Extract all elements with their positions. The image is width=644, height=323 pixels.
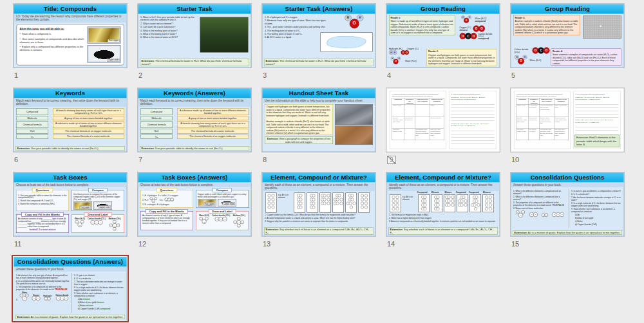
worksheet-task-1: 1. Complete the table to describe how th… xyxy=(392,93,444,97)
answer: 2. In a compound the atoms are chemicall… xyxy=(16,279,70,284)
slide-16: Consolidation Questions (Answers) Answer… xyxy=(14,257,127,320)
keyword[interactable]: O₂ xyxy=(140,134,173,139)
slide-cell-2: Starter Task 1. Water is H₂O. Use your p… xyxy=(138,4,251,88)
slide-body: 1. H = hydrogen and O = oxygen 2. Elemen… xyxy=(263,14,375,59)
keyword[interactable]: Compound xyxy=(16,108,48,115)
slide-14-thumbnail[interactable]: Element, Compound or Mixture? Identify e… xyxy=(386,172,500,236)
compare-answer: Copper oxide is a dull, black solid, pur… xyxy=(198,193,247,198)
slide-1-thumbnail[interactable]: Title: Compounds LO: Today we are learni… xyxy=(14,4,127,68)
slide-8-thumbnail[interactable]: Handout Sheet Task Use the information o… xyxy=(262,88,375,152)
slide-title: Title: Compounds xyxy=(14,5,127,14)
slide-body: e.g. Ar is an element 1. Copper oxide ha… xyxy=(263,191,375,227)
task-box-grid: Questions 1. H = hydrogen, S = sulfur, O… xyxy=(138,187,251,231)
meaning[interactable]: The chemical formula of a water molecule… xyxy=(53,134,124,139)
keyword[interactable]: H₂O xyxy=(140,129,173,134)
particle-box-2 xyxy=(307,192,319,212)
slide-cell-3: Starter Task (Answers) 1. H = hydrogen a… xyxy=(262,4,375,88)
meaning[interactable]: A substance made up of atoms of two or m… xyxy=(177,108,249,115)
answer: 6. O₂ is a molecule. xyxy=(74,277,124,280)
word-bank: sodium boiling chlorine mixture properti… xyxy=(451,123,495,127)
slide-11-thumbnail[interactable]: Task Boxes Choose at least two of the ta… xyxy=(14,172,127,236)
slide-11: Task Boxes Choose at least two of the ta… xyxy=(14,172,127,236)
slide-9-thumbnail[interactable]: 1. Complete the table to describe how th… xyxy=(386,88,500,152)
task-box-draw-label[interactable]: Draw and Label Water (H₂O) HHO Carbon di… xyxy=(71,214,124,233)
slide-2-thumbnail[interactable]: Starter Task 1. Water is H₂O. Use your p… xyxy=(138,4,251,68)
oxygen-molecule-icon: OxygenOO xyxy=(32,293,41,300)
instruction-bar: Match each keyword to its correct meanin… xyxy=(14,98,127,107)
keyword[interactable]: Chemical formula xyxy=(16,122,48,129)
slide-9: 1. Complete the table to describe how th… xyxy=(386,88,500,152)
slide-number: 7 xyxy=(138,156,251,163)
slide-cell-12: Task Boxes (Answers) Choose at least two… xyxy=(138,172,251,257)
instruction-bar: Identify each of these as an element, a … xyxy=(263,183,375,191)
hydrogen-molecule-icon: HydrogenHH xyxy=(43,295,52,300)
keyword[interactable]: Compound xyxy=(140,108,173,115)
slide-12-thumbnail[interactable]: Task Boxes (Answers) Choose at least two… xyxy=(138,172,251,236)
meaning[interactable]: The chemical formula of an oxygen molecu… xyxy=(177,134,249,139)
methane-diagram: Methane (CH₄) HHCHH xyxy=(109,217,121,232)
slide-10-thumbnail[interactable]: 1. Complete the table to describe how th… xyxy=(511,88,624,152)
slide-7-thumbnail[interactable]: Keywords (Answers) Match each keyword to… xyxy=(138,88,251,152)
task-box-fill-blanks[interactable]: Copy and Fill in the Blanks An element c… xyxy=(16,214,69,233)
answer: 2. Water has a higher boiling point than… xyxy=(389,216,497,219)
slide-body: 1. What is the difference between a comp… xyxy=(511,187,624,230)
slide-13-thumbnail[interactable]: Element, Compound or Mixture? Identify e… xyxy=(262,172,375,236)
oxygen-molecule-icon: OO xyxy=(473,26,486,32)
pure-copper-image: Pure copper xyxy=(198,199,216,207)
slide-number-hidden: 9 xyxy=(387,156,500,164)
extension-bar: Extension: Say whether each of these is … xyxy=(264,228,374,235)
salt-image xyxy=(583,16,621,39)
answer-part: b) A bar of pure gold element xyxy=(78,301,124,304)
meaning[interactable]: A formula showing how many atoms of each… xyxy=(53,108,124,115)
rust-image xyxy=(335,125,373,145)
keyword[interactable]: Molecule xyxy=(140,116,173,120)
slide-sorter-grid: Title: Compounds LO: Today we are learni… xyxy=(0,0,644,323)
meaning[interactable]: A group of two or more atoms bonded toge… xyxy=(53,116,124,120)
meaning[interactable]: A substance made up of atoms of two or m… xyxy=(53,122,124,129)
question: 4. What is the melting point of water? xyxy=(140,29,198,32)
task-box-draw-label-answer[interactable]: Draw and Label Water (H₂O) HHO Carbon di… xyxy=(196,211,249,230)
meaning[interactable]: The chemical formula of a water molecule… xyxy=(177,129,249,134)
slide-title: Consolidation Questions xyxy=(511,173,624,183)
meaning[interactable]: The chemical formula of an oxygen molecu… xyxy=(53,129,124,134)
meaning[interactable]: A formula showing how many atoms of each… xyxy=(177,122,249,129)
task-box-compare[interactable]: Compare Use these pictures to compare th… xyxy=(71,190,124,211)
slide-cell-6: Keywords Match each keyword to its corre… xyxy=(14,88,127,172)
slide-6-thumbnail[interactable]: Keywords Match each keyword to its corre… xyxy=(14,88,127,152)
slide-16-thumbnail[interactable]: Consolidation Questions (Answers) Answer… xyxy=(14,257,127,320)
keyword[interactable]: O₂ xyxy=(16,134,48,139)
meaning[interactable]: A group of two or more atoms bonded toge… xyxy=(177,116,249,120)
slide-title: Element, Compound or Mixture? xyxy=(263,173,375,183)
slide-4-thumbnail[interactable]: Group Reading Reader 1:Water is made up … xyxy=(386,4,500,68)
slide-body: Oxygen and hydrogen are both gases at ro… xyxy=(263,103,375,151)
slide-number: 12 xyxy=(138,240,251,248)
keyword[interactable]: Chemical formula xyxy=(140,122,173,129)
water-molecule-icon: HHO xyxy=(461,15,473,24)
particle-diagram-row: e.g. Ar is an element xyxy=(265,192,373,212)
slide-cell-1: Title: Compounds LO: Today we are learni… xyxy=(14,4,127,88)
answer: 1. An element has only one type of atom.… xyxy=(16,273,70,279)
task-box-fill-blanks-answer[interactable]: Copy and Fill in the Blanks An element c… xyxy=(140,211,193,230)
hidden-slide-indicator: 9 xyxy=(387,156,396,164)
keyword[interactable]: H₂O xyxy=(16,129,48,134)
task-box-compare-answer[interactable]: Compare Copper oxide is a dull, black so… xyxy=(196,190,249,208)
slide-2: Starter Task 1. Water is H₂O. Use your p… xyxy=(138,4,251,68)
task-box-questions[interactable]: Questions 1. Use your periodic table to … xyxy=(16,190,69,211)
keyword[interactable]: Molecule xyxy=(16,116,48,120)
slide-12: Task Boxes (Answers) Choose at least two… xyxy=(138,172,251,236)
instruction-bar: Choose at least two of the task boxes be… xyxy=(138,183,251,188)
slide-15-thumbnail[interactable]: Consolidation Questions Answer these que… xyxy=(511,172,624,236)
slide-number: 1 xyxy=(14,71,127,79)
particle-box-4 xyxy=(457,194,469,212)
question: 5. Is pure O₂ gas an element, a compound… xyxy=(571,189,621,192)
particle-box-example xyxy=(265,192,277,212)
slide-5-thumbnail[interactable]: Group Reading Reader 3:Another example i… xyxy=(511,4,624,68)
task-box-questions-answers[interactable]: Questions 1. H = hydrogen, S = sulfur, O… xyxy=(140,190,193,208)
particle-box-1 xyxy=(419,194,430,212)
instruction-bar: Match each keyword to its correct meanin… xyxy=(138,98,251,107)
answer: 3. Yes - pure water contains water parti… xyxy=(265,26,326,28)
slide-3-thumbnail[interactable]: Starter Task (Answers) 1. H = hydrogen a… xyxy=(262,4,375,68)
example-note: e.g. Ar is an element xyxy=(278,192,292,199)
answers-right-column: 5. O₂ gas is an element. 6. O₂ is a mole… xyxy=(72,273,125,313)
water-molecule-icon: HHO xyxy=(515,55,529,66)
